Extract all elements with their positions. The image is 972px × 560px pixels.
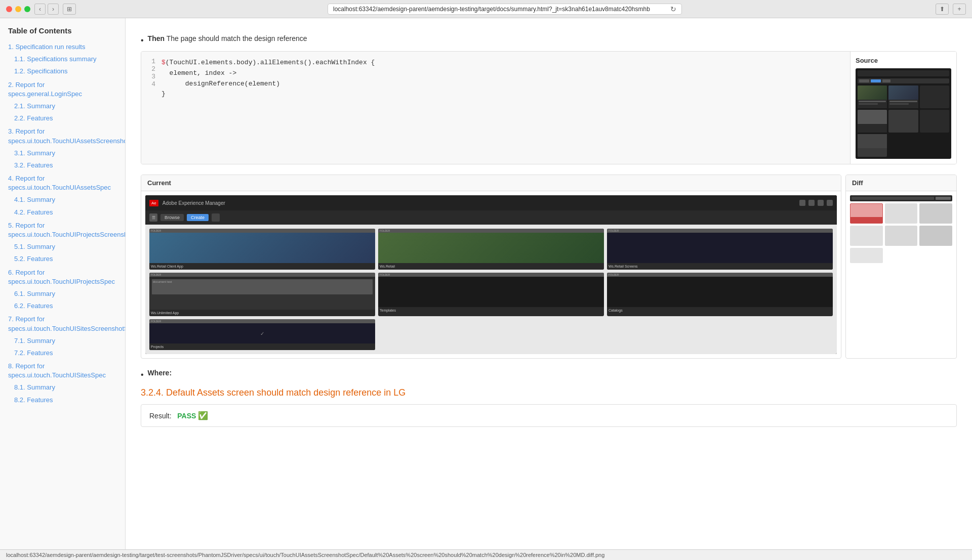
where-bullet: • Where: [141, 369, 957, 379]
traffic-lights [6, 6, 30, 12]
aem-folder-3: FOLDER Ws.Retail Screens [607, 229, 833, 270]
toc-item-7-2[interactable]: 7.2. Features [0, 347, 125, 359]
content-area: • Then The page should match the design … [126, 18, 972, 560]
toc-section-2: 2. Report for specs.general.LoginSpec 2.… [0, 79, 125, 125]
back-button[interactable]: ‹ [34, 4, 46, 15]
code-line-3: designReference(element) [161, 79, 844, 90]
view-toggle [212, 213, 220, 222]
aem-app-title: Adobe Experience Manager [163, 200, 225, 206]
result-line: Result: PASS ✅ [149, 411, 948, 420]
toc-item-8-2[interactable]: 8.2. Features [0, 394, 125, 406]
toc-item-5-2[interactable]: 5.2. Features [0, 253, 125, 265]
diff-grid [850, 203, 952, 263]
toc-item-4[interactable]: 4. Report for specs.ui.touch.TouchUIAsse… [0, 173, 125, 194]
toc-item-1-2[interactable]: 1.2. Specifications [0, 65, 125, 77]
main-layout: Table of Contents 1. Specification run r… [0, 18, 972, 560]
toc-item-6-1[interactable]: 6.1. Summary [0, 288, 125, 300]
create-btn[interactable]: Create [187, 214, 209, 221]
section-heading-324: 3.2.4. Default Assets screen should matc… [141, 387, 957, 398]
diff-tile-3 [919, 203, 952, 224]
toc-section-7: 7. Report for specs.ui.touch.TouchUISite… [0, 313, 125, 359]
nav-buttons: ‹ › [34, 4, 59, 15]
folder-label-4: Ws.Unlimited App [149, 310, 375, 316]
toc-section-6: 6. Report for specs.ui.touch.TouchUIProj… [0, 267, 125, 313]
where-text: Where: [148, 369, 172, 377]
reader-view-button[interactable]: ⊞ [63, 4, 76, 15]
toc-item-1[interactable]: 1. Specification run results [0, 41, 125, 53]
aem-folder-1: FOLDER Ws.Retail Client App [149, 229, 375, 270]
code-line-2: element, index -> [161, 68, 844, 79]
maximize-button[interactable] [24, 6, 30, 12]
current-panel: Current Ae Adobe Experience Manager [141, 175, 841, 359]
nav-toggle: ☰ [149, 213, 157, 222]
folder-label-2: Ws.Retail [378, 263, 604, 270]
aem-toolbar-source [858, 78, 949, 83]
diff-tile-7 [850, 248, 883, 263]
sidebar: Table of Contents 1. Specification run r… [0, 18, 126, 560]
current-panel-content: Ae Adobe Experience Manager ☰ [141, 191, 841, 358]
source-screenshot [856, 68, 951, 159]
minimize-button[interactable] [15, 6, 21, 12]
toc-item-5[interactable]: 5. Report for specs.ui.touch.TouchUIProj… [0, 220, 125, 241]
bullet-icon-2: • [141, 370, 144, 379]
diff-tile-5 [885, 226, 918, 246]
aem-nav-toolbar: ☰ Browse Create [145, 210, 837, 225]
line-numbers: 1 2 3 4 [147, 58, 155, 158]
reload-button[interactable]: ↻ [670, 5, 676, 13]
current-diff-row: Current Ae Adobe Experience Manager [141, 175, 957, 359]
folder-label-7: Projects [149, 343, 375, 350]
close-button[interactable] [6, 6, 12, 12]
toc-section-8: 8. Report for specs.ui.touch.TouchUISite… [0, 360, 125, 406]
new-tab-button[interactable]: + [953, 4, 966, 15]
pass-status: PASS [177, 412, 196, 420]
toc-item-3[interactable]: 3. Report for specs.ui.touch.TouchUIAsse… [0, 125, 125, 147]
toc-item-8-1[interactable]: 8.1. Summary [0, 381, 125, 394]
toc-item-7-1[interactable]: 7.1. Summary [0, 335, 125, 347]
result-box: Result: PASS ✅ [141, 404, 957, 427]
diff-tile-2 [885, 203, 918, 224]
aem-folder-2: FOLDER Ws.Retail [378, 229, 604, 270]
url-bar[interactable]: localhost:63342/aemdesign-parent/aemdesi… [328, 4, 682, 15]
toc-item-4-2[interactable]: 4.2. Features [0, 206, 125, 219]
aem-folder-5: FOLDER Templates [378, 273, 604, 316]
sidebar-title: Table of Contents [0, 26, 125, 41]
then-bullet: • Then The page should match the design … [141, 34, 957, 45]
toc-item-5-1[interactable]: 5.1. Summary [0, 241, 125, 253]
toc-item-3-1[interactable]: 3.1. Summary [0, 147, 125, 159]
diff-panel-content [846, 191, 956, 267]
current-panel-header: Current [141, 175, 841, 191]
status-bar-text: localhost:63342/aemdesign-parent/aemdesi… [6, 552, 604, 558]
forward-button[interactable]: › [48, 4, 59, 15]
toc-item-6-2[interactable]: 6.2. Features [0, 300, 125, 312]
aem-screenshot: Ae Adobe Experience Manager ☰ [145, 195, 837, 354]
code-line-4: } [161, 89, 844, 100]
source-panel-title: Source [856, 57, 951, 64]
diff-tile-highlight [850, 203, 883, 224]
status-bar: localhost:63342/aemdesign-parent/aemdesi… [0, 549, 972, 560]
aem-folder-6: FOLDER Catalogs [607, 273, 833, 316]
toc-item-3-2[interactable]: 3.2. Features [0, 159, 125, 171]
bullet-icon: • [141, 36, 144, 45]
toc-item-6[interactable]: 6. Report for specs.ui.touch.TouchUIProj… [0, 267, 125, 288]
toc-item-8[interactable]: 8. Report for specs.ui.touch.TouchUISite… [0, 360, 125, 381]
aem-topbar-icons [799, 200, 833, 206]
toc-section-4: 4. Report for specs.ui.touch.TouchUIAsse… [0, 173, 125, 219]
toc-item-2[interactable]: 2. Report for specs.general.LoginSpec [0, 79, 125, 100]
pass-icon: ✅ [198, 411, 208, 420]
code-lines: $(TouchUI.elements.body).allElements().e… [161, 58, 844, 158]
toc-section-3: 3. Report for specs.ui.touch.TouchUIAsse… [0, 125, 125, 171]
aem-folder-4: FOLDER document text Ws.Unlimited App [149, 273, 375, 316]
toc-item-4-1[interactable]: 4.1. Summary [0, 194, 125, 206]
toc-item-2-1[interactable]: 2.1. Summary [0, 100, 125, 112]
folder-label-1: Ws.Retail Client App [149, 263, 375, 270]
source-panel: Source [850, 52, 956, 164]
toc-item-7[interactable]: 7. Report for specs.ui.touch.TouchUISite… [0, 313, 125, 334]
then-text: Then The page should match the design re… [148, 34, 307, 42]
toc-item-2-2[interactable]: 2.2. Features [0, 112, 125, 124]
share-button[interactable]: ⬆ [936, 4, 949, 15]
diff-tile-6 [919, 226, 952, 246]
folder-label-6: Catalogs [607, 307, 833, 314]
aem-logo: Ae [149, 200, 158, 206]
toc-item-1-1[interactable]: 1.1. Specifications summary [0, 53, 125, 65]
url-text: localhost:63342/aemdesign-parent/aemdesi… [333, 6, 667, 13]
